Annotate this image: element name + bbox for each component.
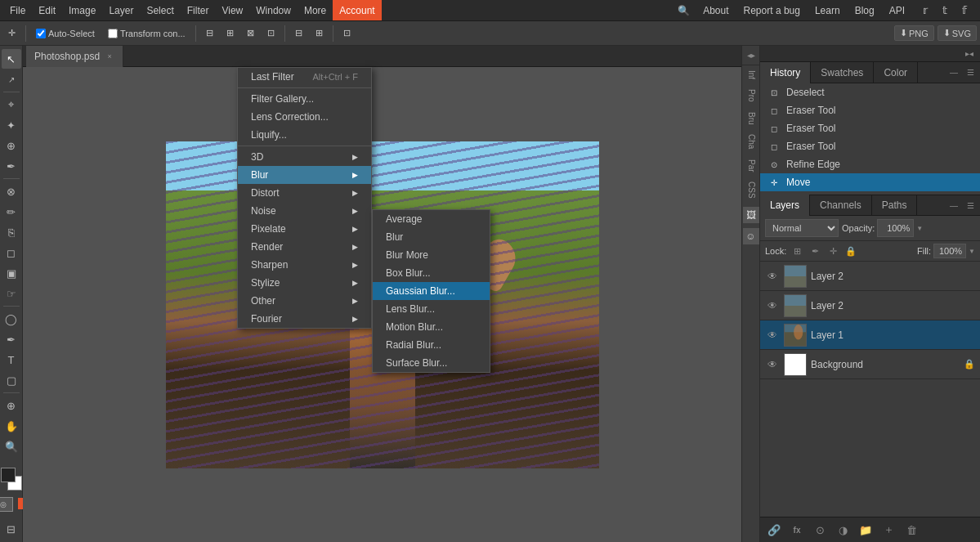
mini-panel-css[interactable]: CSS	[742, 177, 759, 204]
nav-filter[interactable]: Filter	[181, 0, 216, 20]
smudge-tool[interactable]: ☞	[2, 284, 21, 303]
blur-blur[interactable]: Blur	[373, 228, 490, 246]
nav-about[interactable]: About	[696, 5, 735, 16]
filter-menu-noise[interactable]: Noise ▶	[238, 202, 371, 220]
mini-panel-par[interactable]: Par	[742, 155, 759, 177]
nav-more[interactable]: More	[298, 0, 333, 20]
link-layers-btn[interactable]: 🔗	[765, 521, 783, 539]
history-eraser3[interactable]: ◻ Eraser Tool	[760, 137, 980, 155]
history-move[interactable]: ✛ Move	[760, 173, 980, 191]
dodge-tool[interactable]: ◯	[2, 309, 21, 329]
history-eraser1[interactable]: ◻ Eraser Tool	[760, 101, 980, 119]
opacity-arrow-icon[interactable]: ▼	[916, 225, 923, 232]
export-svg-button[interactable]: ⬇ SVG	[937, 25, 977, 41]
blur-box[interactable]: Box Blur...	[373, 264, 490, 282]
clone-tool[interactable]: ⎘	[2, 222, 21, 242]
auto-select-checkbox[interactable]	[36, 29, 46, 38]
nav-edit[interactable]: Edit	[32, 0, 62, 20]
history-deselect[interactable]: ⊡ Deselect	[760, 83, 980, 101]
delete-layer-btn[interactable]: 🗑	[902, 521, 920, 539]
tab-color[interactable]: Color	[874, 62, 918, 83]
blur-gaussian[interactable]: Gaussian Blur...	[373, 282, 490, 300]
filter-menu-blur[interactable]: Blur ▶	[238, 166, 371, 184]
nav-blog[interactable]: Blog	[848, 5, 881, 16]
zoom-tool[interactable]: ⊕	[2, 396, 21, 415]
history-panel-menu[interactable]: ☰	[964, 66, 977, 79]
filter-menu-last-filter[interactable]: Last Filter Alt+Ctrl + F	[238, 68, 371, 86]
screen-mode-button[interactable]: ⊟	[2, 519, 21, 539]
filter-menu-other[interactable]: Other ▶	[238, 292, 371, 310]
align-top-icon[interactable]: ⊟	[290, 26, 307, 40]
layer2b-visibility-btn[interactable]: 👁	[765, 298, 780, 313]
filter-menu-liquify[interactable]: Liquify...	[238, 126, 371, 144]
filter-menu-pixelate[interactable]: Pixelate ▶	[238, 220, 371, 238]
layer-item-layer1[interactable]: 👁 Layer 1	[760, 320, 980, 350]
background-visibility-btn[interactable]: 👁	[765, 357, 780, 372]
mini-panel-bru[interactable]: Bru	[742, 107, 759, 130]
blur-more[interactable]: Blur More	[373, 246, 490, 264]
nav-learn[interactable]: Learn	[808, 5, 847, 16]
selection-tool[interactable]: ↖	[2, 49, 21, 69]
new-layer-btn[interactable]: ＋	[879, 521, 897, 539]
transform-checkbox[interactable]	[108, 29, 118, 38]
group-layers-btn[interactable]: 📁	[857, 521, 875, 539]
opacity-input[interactable]	[877, 219, 914, 237]
tab-history[interactable]: History	[760, 62, 811, 83]
hand-tool[interactable]: ✋	[2, 416, 21, 436]
foreground-color[interactable]	[1, 468, 16, 482]
nav-view[interactable]: View	[215, 0, 249, 20]
align-left-icon[interactable]: ⊟	[201, 26, 218, 40]
gradient-tool[interactable]: ▣	[2, 263, 21, 283]
twitter-icon[interactable]: 𝕥	[937, 3, 952, 18]
eyedropper-tool[interactable]: ✒	[2, 156, 21, 176]
nav-window[interactable]: Window	[249, 0, 298, 20]
blur-motion[interactable]: Motion Blur...	[373, 318, 490, 336]
magic-wand-tool[interactable]: ✦	[2, 115, 21, 135]
filter-menu-fourier[interactable]: Fourier ▶	[238, 310, 371, 328]
align-middle-v-icon[interactable]: ⊞	[311, 26, 328, 40]
layer-item-layer2b[interactable]: 👁 Layer 2	[760, 291, 980, 320]
move-tool-icon[interactable]: ✛	[3, 26, 20, 40]
lock-image-btn[interactable]: ✒	[808, 244, 822, 258]
nav-report-bug[interactable]: Report a bug	[737, 5, 807, 16]
tab-swatches[interactable]: Swatches	[811, 62, 874, 83]
panel-collapse-arrow[interactable]: ◂▸	[744, 49, 758, 61]
blend-mode-select[interactable]: Normal Dissolve Multiply Screen Overlay	[765, 219, 839, 237]
pen-tool[interactable]: ✒	[2, 329, 21, 349]
layers-panel-minimize[interactable]: —	[947, 199, 960, 212]
export-png-button[interactable]: ⬇ PNG	[894, 25, 934, 41]
align-right-icon[interactable]: ⊠	[242, 26, 259, 40]
layer-mask-btn[interactable]: ⊙	[811, 521, 829, 539]
nav-image[interactable]: Image	[62, 0, 102, 20]
filter-menu-sharpen[interactable]: Sharpen ▶	[238, 256, 371, 274]
nav-layer[interactable]: Layer	[102, 0, 140, 20]
adjustment-layer-btn[interactable]: ◑	[834, 521, 852, 539]
layer2a-visibility-btn[interactable]: 👁	[765, 269, 780, 284]
distribute-v-icon[interactable]: ⊡	[338, 26, 356, 40]
mini-panel-image-icon[interactable]: 🖼	[743, 207, 759, 223]
lock-transparent-btn[interactable]: ⊞	[790, 244, 804, 258]
blur-radial[interactable]: Radial Blur...	[373, 336, 490, 354]
mini-panel-cha[interactable]: Cha	[742, 129, 759, 154]
brush-tool[interactable]: ✏	[2, 202, 21, 222]
filter-menu-stylize[interactable]: Stylize ▶	[238, 274, 371, 292]
history-eraser2[interactable]: ◻ Eraser Tool	[760, 119, 980, 137]
lock-all-btn[interactable]: 🔒	[844, 244, 858, 258]
nav-select[interactable]: Select	[140, 0, 180, 20]
layer-effects-btn[interactable]: fx	[788, 521, 806, 539]
type-tool[interactable]: T	[2, 350, 21, 370]
facebook-icon[interactable]: 𝕗	[957, 3, 972, 18]
layer1-visibility-btn[interactable]: 👁	[765, 328, 780, 343]
tab-layers[interactable]: Layers	[760, 195, 810, 216]
direct-selection-tool[interactable]: ↗	[2, 69, 21, 89]
layer-item-layer2a[interactable]: 👁 Layer 2	[760, 262, 980, 291]
quick-mask-button[interactable]: ◎	[0, 497, 13, 512]
nav-account[interactable]: Account	[333, 0, 381, 20]
document-tab-photoshop[interactable]: Photoshop.psd ×	[26, 46, 123, 67]
lasso-tool[interactable]: ⌖	[2, 95, 21, 114]
fill-arrow-icon[interactable]: ▼	[969, 248, 975, 255]
mini-panel-inf[interactable]: Inf	[742, 65, 759, 84]
tab-paths[interactable]: Paths	[872, 195, 918, 216]
blur-average[interactable]: Average	[373, 210, 490, 228]
eraser-tool[interactable]: ◻	[2, 243, 21, 262]
